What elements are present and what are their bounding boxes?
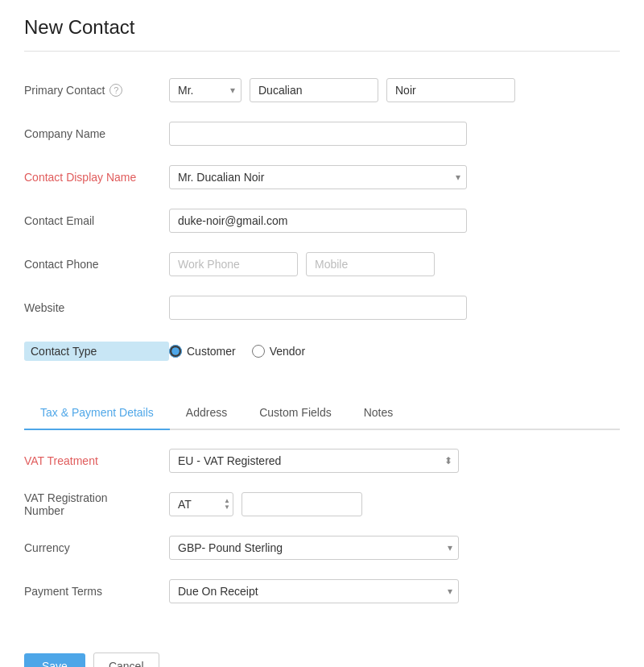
website-label: Website bbox=[24, 301, 169, 314]
vat-number-input[interactable] bbox=[242, 492, 362, 516]
contact-email-row: Contact Email bbox=[24, 206, 620, 235]
currency-row: Currency GBP- Pound Sterling USD- US Dol… bbox=[24, 533, 620, 562]
vat-country-select[interactable]: AT DE FR GB bbox=[169, 492, 233, 516]
tax-payment-section: VAT Treatment EU - VAT Registered Non-EU… bbox=[24, 430, 620, 628]
contact-email-input[interactable] bbox=[169, 209, 467, 233]
primary-contact-row: Primary Contact ? Mr. Mrs. Ms. Dr. ▾ bbox=[24, 76, 620, 105]
contact-form: Primary Contact ? Mr. Mrs. Ms. Dr. ▾ bbox=[24, 68, 620, 388]
payment-terms-label: Payment Terms bbox=[24, 585, 169, 598]
contact-type-label: Contact Type bbox=[24, 342, 169, 361]
vendor-label: Vendor bbox=[270, 345, 305, 358]
vat-treatment-select[interactable]: EU - VAT Registered Non-EU UK - VAT Regi… bbox=[169, 449, 459, 473]
currency-select[interactable]: GBP- Pound Sterling USD- US Dollar EUR- … bbox=[169, 536, 459, 560]
currency-controls: GBP- Pound Sterling USD- US Dollar EUR- … bbox=[169, 536, 620, 560]
page-title: New Contact bbox=[24, 16, 620, 52]
button-row: Save Cancel bbox=[24, 652, 620, 667]
help-icon[interactable]: ? bbox=[109, 84, 122, 97]
payment-terms-row: Payment Terms Due On Receipt Net 30 Net … bbox=[24, 577, 620, 606]
primary-contact-controls: Mr. Mrs. Ms. Dr. ▾ bbox=[169, 78, 620, 102]
payment-terms-select[interactable]: Due On Receipt Net 30 Net 60 bbox=[169, 579, 459, 603]
website-row: Website bbox=[24, 293, 620, 322]
cancel-button[interactable]: Cancel bbox=[93, 652, 159, 667]
salutation-wrapper: Mr. Mrs. Ms. Dr. ▾ bbox=[169, 78, 242, 102]
tab-custom-fields[interactable]: Custom Fields bbox=[243, 396, 347, 430]
page-container: New Contact Primary Contact ? Mr. Mrs. M… bbox=[0, 0, 644, 667]
payment-terms-controls: Due On Receipt Net 30 Net 60 ▾ bbox=[169, 579, 620, 603]
vat-treatment-controls: EU - VAT Registered Non-EU UK - VAT Regi… bbox=[169, 449, 620, 473]
tab-notes[interactable]: Notes bbox=[348, 396, 410, 430]
contact-type-controls: Customer Vendor bbox=[169, 345, 620, 358]
contact-type-row: Contact Type Customer Vendor bbox=[24, 337, 620, 366]
contact-display-name-label: Contact Display Name bbox=[24, 171, 169, 184]
vendor-radio-label[interactable]: Vendor bbox=[252, 345, 305, 358]
vat-treatment-row: VAT Treatment EU - VAT Registered Non-EU… bbox=[24, 446, 620, 475]
contact-email-controls bbox=[169, 209, 620, 233]
vat-reg-controls: AT DE FR GB ▲ ▼ bbox=[169, 492, 620, 516]
contact-display-name-select[interactable]: Mr. Ducalian Noir bbox=[169, 165, 467, 189]
website-input[interactable] bbox=[169, 296, 467, 320]
save-button[interactable]: Save bbox=[24, 653, 85, 667]
website-controls bbox=[169, 296, 620, 320]
customer-radio-label[interactable]: Customer bbox=[169, 345, 236, 358]
first-name-input[interactable] bbox=[250, 78, 378, 102]
tab-tax-payment[interactable]: Tax & Payment Details bbox=[24, 396, 170, 430]
last-name-input[interactable] bbox=[386, 78, 515, 102]
currency-label: Currency bbox=[24, 541, 169, 554]
mobile-input[interactable] bbox=[306, 252, 435, 276]
company-name-controls bbox=[169, 122, 620, 146]
payment-terms-wrapper: Due On Receipt Net 30 Net 60 ▾ bbox=[169, 579, 459, 603]
company-name-input[interactable] bbox=[169, 122, 467, 146]
vat-treatment-wrapper: EU - VAT Registered Non-EU UK - VAT Regi… bbox=[169, 449, 459, 473]
tab-address[interactable]: Address bbox=[170, 396, 243, 430]
primary-contact-label: Primary Contact ? bbox=[24, 84, 169, 97]
vat-country-wrapper: AT DE FR GB ▲ ▼ bbox=[169, 492, 233, 516]
vat-treatment-label: VAT Treatment bbox=[24, 454, 169, 467]
vat-reg-row: VAT RegistrationNumber AT DE FR GB ▲ ▼ bbox=[24, 490, 620, 519]
contact-phone-label: Contact Phone bbox=[24, 258, 169, 271]
company-name-row: Company Name bbox=[24, 119, 620, 148]
contact-display-name-controls: Mr. Ducalian Noir ▾ bbox=[169, 165, 620, 189]
work-phone-input[interactable] bbox=[169, 252, 298, 276]
contact-email-label: Contact Email bbox=[24, 214, 169, 227]
vat-reg-label: VAT RegistrationNumber bbox=[24, 491, 169, 517]
vendor-radio[interactable] bbox=[252, 345, 265, 358]
customer-radio[interactable] bbox=[169, 345, 182, 358]
salutation-select[interactable]: Mr. Mrs. Ms. Dr. bbox=[169, 78, 242, 102]
customer-label: Customer bbox=[187, 345, 236, 358]
contact-display-name-row: Contact Display Name Mr. Ducalian Noir ▾ bbox=[24, 163, 620, 192]
company-name-label: Company Name bbox=[24, 127, 169, 140]
tabs-section: Tax & Payment Details Address Custom Fie… bbox=[24, 396, 620, 430]
currency-wrapper: GBP- Pound Sterling USD- US Dollar EUR- … bbox=[169, 536, 459, 560]
contact-phone-row: Contact Phone bbox=[24, 250, 620, 279]
display-name-wrapper: Mr. Ducalian Noir ▾ bbox=[169, 165, 467, 189]
contact-phone-controls bbox=[169, 252, 620, 276]
contact-type-radio-group: Customer Vendor bbox=[169, 345, 305, 358]
